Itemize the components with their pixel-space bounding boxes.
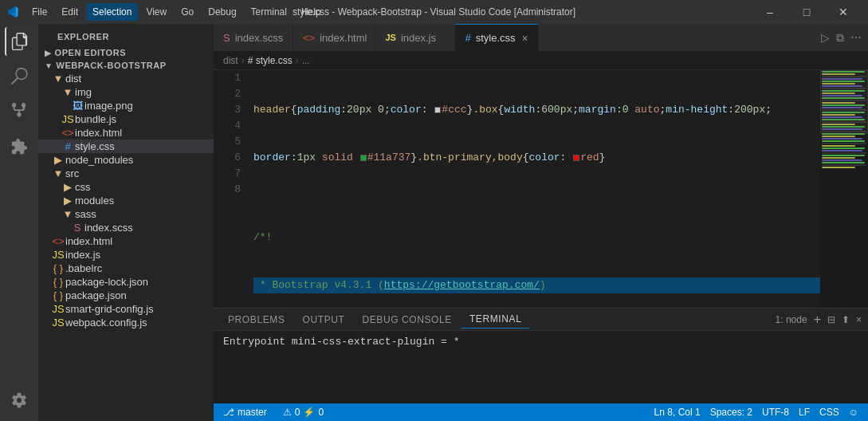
breadcrumb-more[interactable]: ... <box>302 55 310 66</box>
panel-tab-terminal[interactable]: Terminal <box>461 310 529 329</box>
scss-tab-icon: S <box>223 32 230 44</box>
minimize-button[interactable]: – <box>752 0 788 24</box>
status-errors[interactable]: ⚠ 0 ⚡ 0 <box>280 407 327 418</box>
tree-webpack-config[interactable]: JS webpack.config.js <box>38 316 214 329</box>
maximize-button[interactable]: □ <box>788 0 825 24</box>
close-button[interactable]: ✕ <box>825 0 862 24</box>
sidebar-tree: ▶ Open Editors ▼ Webpack-Bootstrap ▼ dis… <box>38 46 214 421</box>
open-editors-label: Open Editors <box>55 48 127 57</box>
breadcrumb-file[interactable]: # style.css <box>248 55 293 66</box>
line-num-5: 5 <box>214 134 241 150</box>
activity-extensions[interactable] <box>5 132 33 161</box>
line-num-6: 6 <box>214 150 241 166</box>
tab-js-label: index.js <box>401 32 436 44</box>
title-bar-menu: File Edit Selection View Go Debug Termin… <box>26 3 328 21</box>
menu-go[interactable]: Go <box>175 3 200 21</box>
status-feedback[interactable]: ☺ <box>846 407 862 418</box>
tab-index-html[interactable]: <> index.html <box>293 24 375 51</box>
project-section[interactable]: ▼ Webpack-Bootstrap <box>38 59 214 72</box>
terminal-session-selector[interactable]: 1: node <box>776 314 807 325</box>
tree-index-scss[interactable]: S index.scss <box>38 221 214 234</box>
tree-img-folder[interactable]: ▼ img <box>38 85 214 99</box>
breadcrumb-dist[interactable]: dist <box>223 55 238 66</box>
tab-index-scss[interactable]: S index.scss <box>214 24 293 51</box>
tree-modules-folder[interactable]: ▶ modules <box>38 194 214 207</box>
tree-image-file[interactable]: 🖼 image.png <box>38 99 214 112</box>
tab-style-css[interactable]: # style.css × <box>455 24 538 51</box>
tree-dist-folder[interactable]: ▼ dist <box>38 72 214 85</box>
window-title: style.css - Webpack-Bootstrap - Visual S… <box>293 6 575 18</box>
tab-index-js[interactable]: JS index.js <box>375 24 455 51</box>
smart-grid-label: smart-grid-config.js <box>65 303 214 315</box>
panel-tab-problems[interactable]: Problems <box>220 311 293 329</box>
kill-terminal-button[interactable]: ⊟ <box>827 314 835 325</box>
split-editor-icon[interactable]: ⧉ <box>836 31 844 45</box>
html-file-icon2: <> <box>51 235 65 247</box>
package-json-label: package.json <box>65 289 214 301</box>
status-line-col[interactable]: Ln 8, Col 1 <box>651 407 704 418</box>
tree-index-html[interactable]: <> index.html <box>38 126 214 140</box>
activity-source-control[interactable] <box>5 97 33 126</box>
status-branch[interactable]: ⎇ master <box>220 407 270 418</box>
status-line-ending[interactable]: LF <box>795 407 813 418</box>
tree-node-modules[interactable]: ▶ node_modules <box>38 153 214 167</box>
bundle-label: bundle.js <box>75 113 214 125</box>
panel-tab-debug[interactable]: Debug Console <box>354 311 460 329</box>
tab-bar: S index.scss <> index.html JS index.js #… <box>214 24 868 52</box>
tree-sass-folder[interactable]: ▼ sass <box>38 207 214 221</box>
panel-content[interactable]: Entrypoint mini-css-extract-plugin = * <box>214 331 868 403</box>
tree-package-json[interactable]: { } package.json <box>38 289 214 302</box>
line-numbers: 1 2 3 4 5 6 7 8 <box>214 70 247 308</box>
tree-babelrc[interactable]: { } .babelrc <box>38 262 214 275</box>
tree-style-css[interactable]: # style.css <box>38 140 214 153</box>
activity-search[interactable] <box>5 62 33 91</box>
code-editor[interactable]: header{padding:20px 0;color: #ccc}.box{w… <box>247 70 820 308</box>
error-icon: ⚠ <box>283 407 292 418</box>
title-bar-controls: – □ ✕ <box>752 0 862 24</box>
menu-debug[interactable]: Debug <box>202 3 242 21</box>
menu-file[interactable]: File <box>26 3 53 21</box>
tree-package-lock[interactable]: { } package-lock.json <box>38 275 214 289</box>
tree-bundle-js[interactable]: JS bundle.js <box>38 112 214 126</box>
main-layout: Explorer ▶ Open Editors ▼ Webpack-Bootst… <box>0 24 868 421</box>
menu-edit[interactable]: Edit <box>55 3 84 21</box>
status-right: Ln 8, Col 1 Spaces: 2 UTF-8 LF CSS ☺ <box>651 407 862 418</box>
more-options-icon[interactable]: ⋯ <box>850 31 862 44</box>
tree-src-folder[interactable]: ▼ src <box>38 167 214 180</box>
encoding-text: UTF-8 <box>762 407 789 418</box>
run-icon[interactable]: ▷ <box>821 31 830 44</box>
editor-area: S index.scss <> index.html JS index.js #… <box>214 24 868 421</box>
tree-index-html-root[interactable]: <> index.html <box>38 234 214 248</box>
modules-label: modules <box>75 195 214 207</box>
close-panel-button[interactable]: × <box>856 314 862 325</box>
warning-icon: ⚡ <box>303 407 315 418</box>
menu-selection[interactable]: Selection <box>86 3 138 21</box>
html-file-icon: <> <box>61 127 75 139</box>
status-spaces[interactable]: Spaces: 2 <box>707 407 756 418</box>
panel: Problems Output Debug Console Terminal 1… <box>214 308 868 403</box>
tree-index-js[interactable]: JS index.js <box>38 248 214 262</box>
activity-settings[interactable] <box>5 386 33 415</box>
html-tab-icon: <> <box>303 32 315 44</box>
editor-content[interactable]: 1 2 3 4 5 6 7 8 header{padding:20px 0;co… <box>214 70 868 308</box>
menu-view[interactable]: View <box>139 3 173 21</box>
js-file-icon4: JS <box>51 317 65 329</box>
status-language[interactable]: CSS <box>816 407 842 418</box>
breadcrumb: dist › # style.css › ... <box>214 52 868 70</box>
new-terminal-button[interactable]: + <box>814 313 821 327</box>
panel-tab-output[interactable]: Output <box>295 311 353 329</box>
line-num-1: 1 <box>214 70 241 86</box>
minimap-viewport[interactable] <box>820 70 868 134</box>
package-lock-label: package-lock.json <box>65 276 214 288</box>
tree-css-folder[interactable]: ▶ css <box>38 180 214 194</box>
status-encoding[interactable]: UTF-8 <box>759 407 792 418</box>
tab-close-button[interactable]: × <box>520 30 530 46</box>
activity-explorer[interactable] <box>5 27 33 56</box>
menu-terminal[interactable]: Terminal <box>245 3 293 21</box>
branch-name: master <box>238 407 267 418</box>
maximize-panel-button[interactable]: ⬆ <box>842 314 850 325</box>
tree-smart-grid[interactable]: JS smart-grid-config.js <box>38 302 214 316</box>
js-file-icon: JS <box>61 113 75 125</box>
open-editors-section[interactable]: ▶ Open Editors <box>38 46 214 59</box>
line-col-text: Ln 8, Col 1 <box>654 407 701 418</box>
